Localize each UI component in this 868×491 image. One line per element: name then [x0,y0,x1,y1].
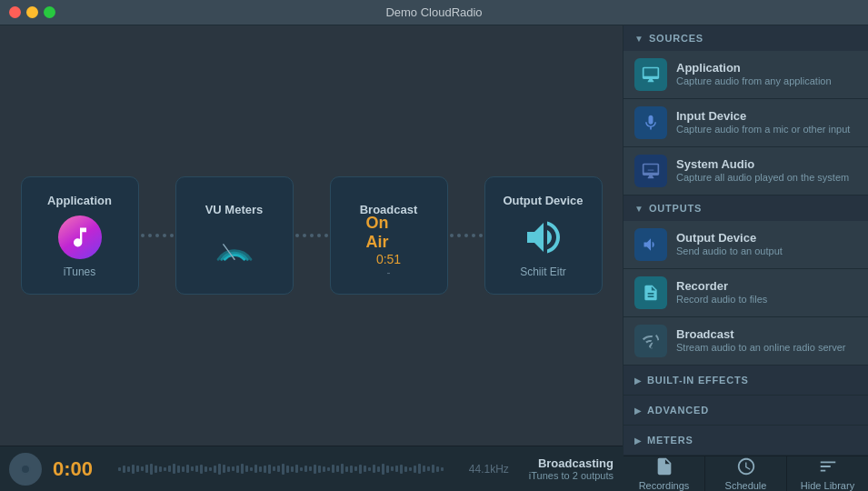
waveform-bar [341,464,344,474]
play-stop-button[interactable] [9,453,42,486]
recorder-icon [642,284,660,302]
advanced-chevron: ▶ [634,406,642,416]
waveform-bar [205,466,207,472]
waveform-bar [382,464,384,475]
schedule-icon [736,456,756,476]
waveform-bar [327,467,330,471]
waveform-bar [336,466,339,472]
waveform-bar [254,465,257,473]
application-source-name: Application [676,61,832,75]
bottom-bar: 0:00 [0,446,623,491]
output-device-label: Schiit Eitr [520,266,566,278]
main-container: Application iTunes [0,25,868,491]
waveform-bar [164,467,166,471]
close-button[interactable] [9,6,21,18]
waveform-bar [259,466,262,472]
schedule-svg-icon [736,456,756,476]
outputs-section: ▼ OUTPUTS Output Device Send audio to an… [624,195,868,366]
input-device-source-name: Input Device [676,109,850,123]
connector-dot [317,234,321,237]
hide-library-button[interactable]: Hide Library [787,456,868,491]
application-source-text: Application Capture audio from any appli… [676,61,832,87]
waveform-bar [423,466,425,472]
waveform-bar [227,466,230,472]
builtin-chevron: ▶ [634,376,642,386]
sidebar-item-system-audio[interactable]: System Audio Capture all audio played on… [624,147,868,195]
waveform-bar [441,467,444,471]
waveform-bar [323,466,325,472]
sidebar-item-recorder[interactable]: Recorder Record audio to files [624,269,868,317]
application-node-label: iTunes [64,266,96,278]
recordings-button[interactable]: Recordings [624,456,705,491]
status-broadcasting: Broadcasting [538,456,614,470]
waveform [118,460,458,478]
waveform-bar [132,465,135,474]
time-display: 0:00 [53,457,107,481]
waveform-bar [159,466,162,472]
window-title: Demo CloudRadio [385,5,482,19]
waveform-bar [214,466,216,473]
waveform-bar [286,466,289,473]
waveform-bar [368,467,371,471]
broadcast-node[interactable]: Broadcast On Air 0:51 - [330,176,448,295]
output-device-output-icon [634,228,667,261]
waveform-bar [400,465,403,474]
maximize-button[interactable] [44,6,55,18]
waveform-bar [386,466,389,473]
outputs-chevron: ▼ [634,204,644,214]
connector-dot [472,234,475,237]
waveform-bar [345,466,348,472]
waveform-bar [414,466,416,473]
svg-point-2 [22,466,29,473]
sidebar-item-broadcast[interactable]: Broadcast Stream audio to an online radi… [624,317,868,365]
output-device-output-name: Output Device [676,231,783,245]
schedule-button[interactable]: Schedule [705,456,787,491]
waveform-bar [273,466,275,471]
sidebar: ▼ SOURCES Application Capture audio from… [623,25,868,491]
output-device-title: Output Device [503,194,583,207]
advanced-section[interactable]: ▶ ADVANCED [624,396,868,426]
application-node[interactable]: Application iTunes [21,176,139,295]
sidebar-item-output-device[interactable]: Output Device Send audio to an output [624,221,868,269]
vu-meters-node[interactable]: VU Meters [175,176,294,295]
sources-section: ▼ SOURCES Application Capture audio from… [624,25,868,195]
broadcast-output-name: Broadcast [676,327,846,341]
play-icon [18,462,33,476]
sidebar-item-input-device[interactable]: Input Device Capture audio from a mic or… [624,99,868,147]
pipeline: Application iTunes [0,25,623,446]
broadcast-output-text: Broadcast Stream audio to an online radi… [676,327,846,354]
status-itunes-output: iTunes to 2 outputs [529,470,614,481]
minimize-button[interactable] [26,6,38,18]
microphone-icon [642,114,660,132]
waveform-bar [395,466,398,472]
application-node-icon [57,215,103,260]
outputs-header[interactable]: ▼ OUTPUTS [624,195,868,221]
meters-section[interactable]: ▶ METERS [624,426,868,456]
recordings-label: Recordings [639,480,690,491]
broadcast-status-display: On Air 0:51 - [366,224,412,269]
outputs-title: OUTPUTS [649,203,702,214]
sources-header[interactable]: ▼ SOURCES [624,25,868,51]
connector-dot [155,234,159,237]
sidebar-item-application[interactable]: Application Capture audio from any appli… [624,51,868,99]
recorder-output-name: Recorder [676,279,767,293]
waveform-bar [295,465,298,473]
connector-dot [310,234,314,237]
waveform-bar [350,466,353,473]
waveform-bar [186,465,189,473]
waveform-bar [209,467,212,471]
waveform-bar [373,465,375,473]
recordings-svg-icon [654,456,674,476]
builtin-effects-section[interactable]: ▶ BUILT-IN EFFECTS [624,366,868,396]
sidebar-bottom-toolbar: Recordings Schedule Hide Library [624,456,868,491]
sources-chevron: ▼ [634,34,644,44]
output-device-node[interactable]: Output Device Schiit Eitr [484,176,603,295]
waveform-bar [427,466,430,471]
window-controls[interactable] [9,6,55,18]
connector-dot [303,234,306,237]
broadcast-output-desc: Stream audio to an online radio server [676,341,846,354]
recorder-output-text: Recorder Record audio to files [676,279,767,306]
connector-dot [324,234,328,237]
waveform-bar [364,466,366,472]
recorder-output-icon [634,276,667,309]
